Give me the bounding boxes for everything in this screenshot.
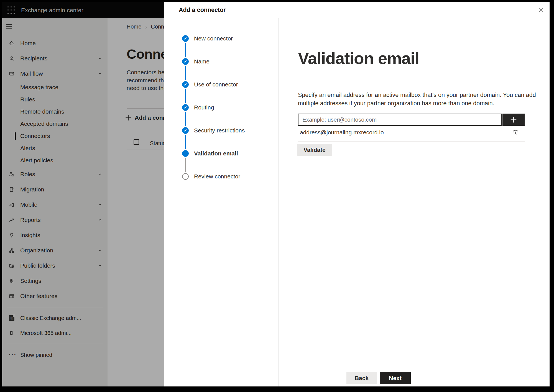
step-connector-line [185,135,186,149]
step-label: Security restrictions [194,127,245,134]
back-button[interactable]: Back [346,372,377,384]
step-current-icon [182,150,189,157]
validation-address: address@journaling.mxrecord.io [300,129,384,136]
step-connector-line [185,89,186,103]
step-label: New connector [194,35,233,42]
address-row-divider [298,141,525,142]
next-button[interactable]: Next [380,372,411,384]
step-connector-line [185,66,186,80]
close-button[interactable] [536,6,546,15]
dialog-title: Add a connector [179,2,226,18]
step-label: Review connector [194,173,240,180]
step-heading: Validation email [298,49,419,68]
wizard-steps: New connector Name Use of connector Rout… [164,18,279,386]
step-check-icon [182,81,189,88]
step-connector-line [185,112,186,126]
step-connector-line [185,158,186,172]
step-check-icon [182,127,189,134]
app-window: Exchange admin center Home Recipients Ma… [2,2,550,386]
step-todo-icon [182,173,189,180]
dialog-header: Add a connector [164,2,550,18]
footer-divider [164,368,550,368]
close-icon [538,7,544,14]
trash-icon [512,129,519,136]
step-connector-line [185,43,186,57]
add-connector-dialog: Add a connector New connector Name [164,2,550,386]
description-line: Specify an email address for an active m… [298,91,536,99]
step-label: Name [194,58,210,65]
step-description: Specify an email address for an active m… [298,91,536,107]
email-address-input[interactable] [298,114,502,126]
step-label: Routing [194,104,214,111]
step-check-icon [182,35,189,42]
plus-icon [509,116,518,124]
delete-address-button[interactable] [510,127,520,137]
step-label: Validation email [194,150,238,157]
validate-button[interactable]: Validate [297,144,332,156]
description-line: multiple addresses if your partner organ… [298,99,536,107]
step-check-icon [182,58,189,65]
add-address-button[interactable] [502,114,525,126]
step-label: Use of connector [194,81,238,88]
step-check-icon [182,104,189,111]
